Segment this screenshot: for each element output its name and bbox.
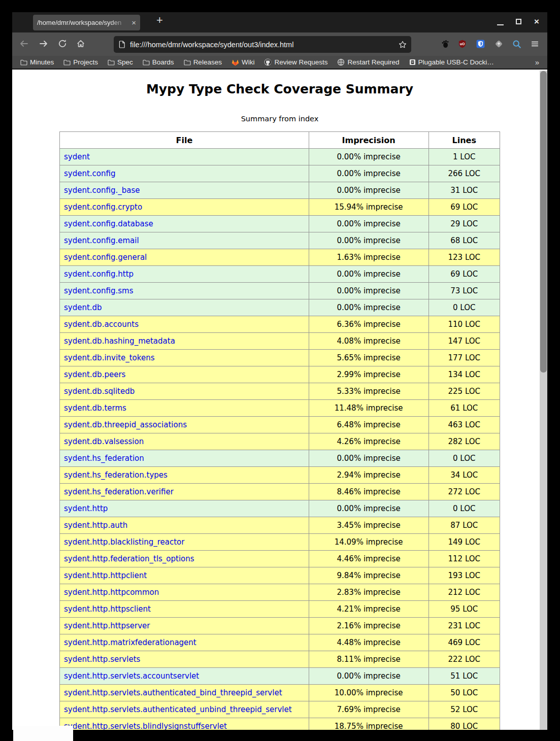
window-close-button[interactable]: × [534,17,539,27]
file-link[interactable]: sydent.http.httpclient [64,571,147,580]
file-link[interactable]: sydent.config.sms [64,286,134,295]
vertical-scrollbar[interactable] [540,71,547,730]
browser-tab[interactable]: /home/dmr/workspace/syden × [33,15,140,30]
file-link[interactable]: sydent.db [64,303,102,312]
bookmark-item[interactable]: Review Requests [264,58,327,66]
file-link[interactable]: sydent.hs_federation.verifier [64,487,174,496]
file-link[interactable]: sydent.db.peers [64,370,125,379]
file-link[interactable]: sydent.config.crypto [64,203,142,212]
file-link[interactable]: sydent.hs_federation [64,454,144,463]
file-cell: sydent.http.federation_tls_options [60,551,309,567]
table-row: sydent.config.sms 0.00% imprecise 73 LOC [60,283,500,299]
bookmark-label: Minutes [30,58,54,66]
file-link[interactable]: sydent.db.valsession [64,437,144,446]
bookmark-star-icon[interactable] [399,41,407,49]
lines-cell: 469 LOC [429,634,500,651]
bookmark-item[interactable]: Plugable USB-C Docki… [409,58,494,66]
extension-diamond-icon[interactable] [495,40,503,48]
new-tab-button[interactable]: + [156,14,163,27]
search-icon[interactable] [512,40,521,49]
home-button[interactable] [76,39,85,50]
imprecision-cell: 0.00% imprecise [309,266,429,283]
file-link[interactable]: sydent.db.sqlitedb [64,387,135,396]
menu-hamburger-icon[interactable] [531,40,539,48]
bookmark-label: Restart Required [347,58,399,66]
back-button[interactable] [19,40,28,50]
file-link[interactable]: sydent.http.httpserver [64,621,150,630]
imprecision-cell: 11.48% imprecise [309,400,429,417]
table-row: sydent.config.http 0.00% imprecise 69 LO… [60,266,500,283]
imprecision-cell: 4.08% imprecise [309,333,429,350]
lines-cell: 123 LOC [429,249,500,266]
file-link[interactable]: sydent.http [64,504,108,513]
gnome-extension-icon[interactable] [441,40,449,48]
file-cell: sydent.http.servlets.blindlysignstuffser… [60,718,309,730]
file-link[interactable]: sydent.http.matrixfederationagent [64,638,196,647]
page-subtitle: Summary from index [12,115,547,123]
file-link[interactable]: sydent.http.servlets [64,655,140,664]
lines-cell: 212 LOC [429,584,500,601]
bookmark-item[interactable]: Boards [143,58,174,66]
table-row: sydent.http.servlets.authenticated_bind_… [60,685,500,701]
lines-cell: 272 LOC [429,484,500,500]
imprecision-cell: 5.33% imprecise [309,383,429,400]
file-link[interactable]: sydent.config._base [64,186,140,195]
forward-button[interactable] [39,40,49,50]
imprecision-cell: 4.26% imprecise [309,433,429,450]
bookmark-label: Spec [117,58,133,66]
bookmarks-toolbar: Minutes Projects Spec Boards Releases [12,56,547,70]
file-link[interactable]: sydent.db.terms [64,403,126,413]
file-link[interactable]: sydent.http.blacklisting_reactor [64,537,184,547]
page-content: Mypy Type Check Coverage Summary Summary… [12,71,547,730]
file-link[interactable]: sydent.http.servlets.blindlysignstuffser… [64,722,227,730]
file-link[interactable]: sydent.hs_federation.types [64,470,168,480]
link-preview-tooltip [13,726,73,741]
file-link[interactable]: sydent.db.threepid_associations [64,420,187,429]
file-link[interactable]: sydent.db.hashing_metadata [64,336,175,346]
file-cell: sydent.http.matrixfederationagent [60,634,309,651]
file-link[interactable]: sydent [64,152,90,161]
file-link[interactable]: sydent.db.accounts [64,320,139,329]
bookmark-item[interactable]: Wiki [232,58,255,66]
bookmark-item[interactable]: Projects [63,58,98,66]
gitlab-icon [232,59,239,66]
bookmark-item[interactable]: Spec [108,58,133,66]
window-maximize-button[interactable] [516,19,521,24]
ublock-origin-icon[interactable]: uO [458,40,467,48]
bookmark-label: Wiki [242,58,255,66]
file-link[interactable]: sydent.config.email [64,236,139,245]
bookmarks-overflow-chevron[interactable]: » [535,58,539,66]
file-link[interactable]: sydent.db.invite_tokens [64,353,155,362]
imprecision-cell: 8.46% imprecise [309,484,429,500]
imprecision-cell: 0.00% imprecise [309,165,429,182]
dock-icon [409,59,416,65]
file-link[interactable]: sydent.http.auth [64,521,127,530]
bookmark-item[interactable]: Minutes [20,58,54,66]
scrollbar-thumb[interactable] [540,71,547,373]
file-link[interactable]: sydent.http.servlets.authenticated_bind_… [64,688,282,697]
file-link[interactable]: sydent.http.servlets.authenticated_unbin… [64,705,292,714]
file-link[interactable]: sydent.config.general [64,253,147,262]
file-link[interactable]: sydent.http.httpsclient [64,604,151,614]
bookmark-item[interactable]: Releases [184,58,222,66]
file-link[interactable]: sydent.http.httpcommon [64,588,159,597]
url-text[interactable]: file:///home/dmr/workspace/sydent/out3/i… [130,41,293,49]
table-row: sydent.config._base 0.00% imprecise 31 L… [60,182,500,199]
page-title: Mypy Type Check Coverage Summary [12,82,547,96]
table-row: sydent.http 0.00% imprecise 0 LOC [60,500,500,517]
file-link[interactable]: sydent.config.http [64,270,134,279]
folder-icon [143,59,150,65]
file-link[interactable]: sydent.config [64,169,116,178]
bitwarden-icon[interactable] [476,40,485,48]
bookmark-item[interactable]: Restart Required [337,58,399,66]
url-bar[interactable]: file:///home/dmr/workspace/sydent/out3/i… [114,36,411,53]
reload-button[interactable] [58,39,67,50]
file-link[interactable]: sydent.http.federation_tls_options [64,554,194,563]
imprecision-cell: 4.21% imprecise [309,601,429,618]
file-cell: sydent.hs_federation [60,450,309,467]
window-minimize-button[interactable] [497,24,504,25]
file-link[interactable]: sydent.http.servlets.accountservlet [64,671,199,681]
file-link[interactable]: sydent.config.database [64,219,153,228]
lines-cell: 110 LOC [429,316,500,333]
tab-close-icon[interactable]: × [131,19,136,26]
